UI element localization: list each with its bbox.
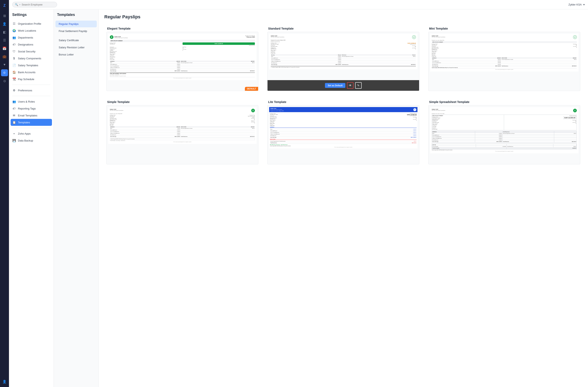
sidebar-label-reporting-tags: Reporting Tags [18, 107, 36, 110]
sidebar-item-designations[interactable]: 🏷 Designations [9, 41, 54, 48]
location-icon: 🌍 [12, 29, 16, 32]
sidebar-item-work-locations[interactable]: 🌍 Work Locations [9, 27, 54, 34]
simple-preview: Zykler Gulf 321 Oasis Plaza Riyadh Saudi… [106, 105, 258, 164]
template-grid: Elegant Template Z Zykler Gulf [104, 24, 582, 166]
designations-icon: 🏷 [12, 43, 16, 46]
template-item-salary-certificate[interactable]: Salary Certificate [55, 37, 97, 44]
header-bar: 🔍 ▾ Zykler KSA ▾ [9, 0, 588, 9]
simple-title: Simple Template [104, 98, 260, 105]
data-backup-icon: 💾 [12, 139, 16, 142]
sidebar-label-salary-components: Salary Components [18, 57, 41, 60]
sidebar-label-work-locations: Work Locations [18, 29, 36, 32]
sidebar-label-departments: Departments [18, 36, 33, 39]
template-card-simple: Simple Template Zykler Gulf 321 Oasis Pl… [104, 98, 260, 166]
settings-sidebar: Settings ☷ Organization Profile 🌍 Work L… [9, 9, 54, 387]
sidebar-item-users-roles[interactable]: 👥 Users & Roles [9, 98, 54, 105]
set-default-button[interactable]: Set as Default [325, 83, 346, 88]
lite-preview: Zykler Gulf 321 Oasis Plaza Riyadh Saudi… [267, 105, 419, 164]
search-icon: 🔍 [15, 3, 18, 6]
standard-title: Standard Template [265, 24, 421, 32]
sidebar-item-zoho-apps[interactable]: ▪ Zoho Apps [9, 130, 54, 137]
sidebar-item-email-templates[interactable]: ✉ Email Templates [9, 112, 54, 119]
salary-templates-icon: 📄 [12, 64, 16, 67]
default-badge: DEFAULT [245, 87, 258, 91]
left-icon-nav: Z ⊞ 👤 ◧ ☰ 📅 💼 ♥ ⛭ ⊝ 👤 [0, 0, 9, 387]
edit-template-button[interactable]: ✎ [355, 82, 362, 89]
elegant-title: Elegant Template [104, 24, 260, 32]
sidebar-item-departments[interactable]: 👥 Departments [9, 34, 54, 41]
sidebar-label-preferences: Preferences [18, 89, 32, 92]
settings-nav-icon[interactable]: ⛭ [1, 69, 8, 76]
departments-icon: 👥 [12, 36, 16, 39]
settings-title: Settings [9, 13, 54, 20]
sidebar-label-salary-templates: Salary Templates [18, 64, 38, 67]
briefcase-nav-icon[interactable]: 💼 [1, 53, 8, 60]
report-nav-icon[interactable]: ⊝ [1, 77, 8, 84]
sidebar-item-salary-components[interactable]: $ Salary Components [9, 55, 54, 62]
page-title: Regular Payslips [104, 14, 582, 20]
bank-accounts-icon: 🏠 [12, 70, 16, 74]
template-item-salary-revision[interactable]: Salary Revision Letter [55, 44, 97, 51]
people-nav-icon[interactable]: 👤 [1, 20, 8, 27]
sidebar-item-data-backup[interactable]: 💾 Data Backup [9, 137, 54, 144]
sidebar-item-org-profile[interactable]: ☷ Organization Profile [9, 20, 54, 27]
org-profile-icon: ☷ [12, 22, 16, 25]
main-content: Regular Payslips Elegant Template Z [99, 9, 588, 387]
template-card-spreadsheet: Simple Spreadsheet Template Zykler Gulf … [426, 98, 582, 166]
sidebar-item-social-security[interactable]: 🛡 Social Security [9, 48, 54, 55]
sidebar-label-users-roles: Users & Roles [18, 100, 35, 103]
org-chevron[interactable]: ▾ [583, 3, 585, 6]
sidebar-label-social-security: Social Security [18, 50, 35, 53]
org-nav-icon[interactable]: ◧ [1, 28, 8, 35]
templates-panel-title: Templates [54, 13, 98, 20]
sidebar-item-pay-schedule[interactable]: 📆 Pay Schedule [9, 76, 54, 83]
templates-icon: 📋 [12, 121, 16, 124]
pay-schedule-icon: 📆 [12, 77, 16, 81]
template-card-mini: Mini Template Zykler Gulf 321 Oasis Plaz… [426, 24, 582, 93]
sidebar-divider-3 [12, 128, 50, 128]
sidebar-item-reporting-tags[interactable]: 🏷 Reporting Tags [9, 105, 54, 112]
search-dropdown-icon[interactable]: ▾ [19, 3, 20, 6]
header-right: Zykler KSA ▾ [568, 3, 585, 6]
templates-panel: Templates Regular Payslips Final Settlem… [54, 9, 99, 387]
template-item-final-settlement[interactable]: Final Settlement Payslip [55, 28, 97, 34]
sidebar-item-preferences[interactable]: ⚙ Preferences [9, 87, 54, 94]
template-item-regular-payslips[interactable]: Regular Payslips [55, 21, 97, 27]
sidebar-divider-1 [12, 85, 50, 85]
calendar-nav-icon[interactable]: 📅 [1, 45, 8, 52]
sidebar-label-org-profile: Organization Profile [18, 22, 41, 25]
sidebar-label-designations: Designations [18, 43, 33, 46]
search-input[interactable] [21, 3, 54, 6]
zoho-apps-icon: ▪ [12, 132, 16, 135]
sidebar-label-pay-schedule: Pay Schedule [18, 78, 34, 81]
mini-title: Mini Template [426, 24, 582, 32]
home-nav-icon[interactable]: ⊞ [1, 12, 8, 19]
spreadsheet-title: Simple Spreadsheet Template [426, 98, 582, 105]
preferences-icon: ⚙ [12, 89, 16, 92]
reporting-tags-icon: 🏷 [12, 107, 16, 110]
standard-preview: Zykler Gulf 321 Oasis Plaza Riyadh Saudi… [267, 32, 419, 91]
sidebar-label-bank-accounts: Bank Accounts [18, 71, 35, 74]
email-templates-icon: ✉ [12, 114, 16, 117]
social-security-icon: 🛡 [12, 50, 16, 53]
lite-title: Lite Template [265, 98, 421, 105]
template-item-bonus-letter[interactable]: Bonus Letter [55, 51, 97, 58]
sidebar-label-data-backup: Data Backup [18, 139, 33, 142]
template-card-elegant: Elegant Template Z Zykler Gulf [104, 24, 260, 93]
preview-template-button[interactable]: 👁 [347, 82, 354, 89]
user-nav-icon[interactable]: 👤 [1, 378, 8, 385]
spreadsheet-preview: Zykler Gulf 321 Oasis Plaza Riyadh Saudi… [428, 105, 580, 164]
search-box[interactable]: 🔍 ▾ [12, 2, 57, 7]
heart-nav-icon[interactable]: ♥ [1, 61, 8, 68]
sidebar-item-salary-templates[interactable]: 📄 Salary Templates [9, 62, 54, 69]
users-roles-icon: 👥 [12, 100, 16, 103]
sidebar-item-templates[interactable]: 📋 Templates [11, 119, 52, 126]
standard-card-actions: Set as Default 👁 ✎ [268, 80, 419, 91]
sidebar-item-bank-accounts[interactable]: 🏠 Bank Accounts [9, 69, 54, 76]
salary-components-icon: $ [12, 57, 16, 60]
mini-preview: Zykler Gulf 321 Oasis Plaza Riyadh Saudi… [428, 32, 580, 91]
list-nav-icon[interactable]: ☰ [1, 37, 8, 44]
sidebar-label-templates: Templates [18, 121, 30, 124]
org-name: Zykler KSA [568, 3, 582, 6]
elegant-preview: Z Zykler Gulf 321 Oasis Plaza Riyadh Sau… [106, 32, 258, 91]
